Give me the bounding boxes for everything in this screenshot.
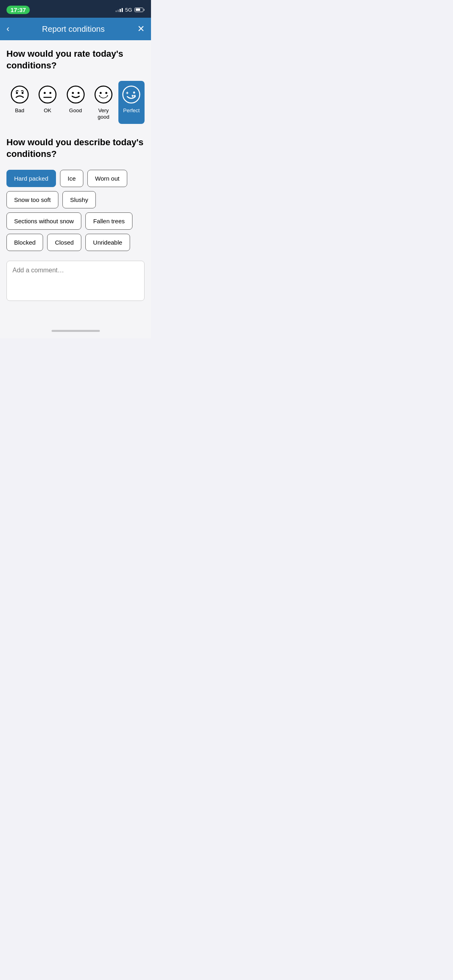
status-bar: 17:37 5G (0, 0, 151, 18)
svg-point-1 (16, 92, 18, 94)
good-emoji-icon (66, 85, 85, 104)
network-label: 5G (125, 7, 132, 13)
nav-title: Report conditions (42, 25, 105, 34)
nav-bar: ‹ Report conditions ✕ (0, 18, 151, 40)
home-bar (52, 330, 100, 332)
status-icons: 5G (116, 7, 145, 13)
ok-emoji-icon (38, 85, 57, 104)
battery-icon (134, 8, 145, 12)
tag-snow-too-soft[interactable]: Snow too soft (6, 191, 58, 208)
svg-point-10 (95, 86, 112, 103)
very-good-emoji-icon (94, 85, 113, 104)
tag-unrideable[interactable]: Unrideable (85, 234, 130, 251)
tag-fallen-trees[interactable]: Fallen trees (85, 212, 132, 230)
rating-bad-label: Bad (15, 107, 24, 114)
tag-hard-packed[interactable]: Hard packed (6, 170, 56, 187)
tag-worn-out[interactable]: Worn out (87, 170, 127, 187)
rating-bad[interactable]: Bad (6, 81, 33, 124)
rating-question: How would you rate today's conditions? (6, 48, 145, 71)
rating-ok[interactable]: OK (34, 81, 60, 124)
svg-point-4 (44, 92, 46, 94)
svg-point-13 (123, 86, 140, 103)
back-button[interactable]: ‹ (3, 21, 12, 37)
tag-closed[interactable]: Closed (47, 234, 81, 251)
close-button[interactable]: ✕ (134, 21, 148, 37)
svg-point-5 (50, 92, 52, 94)
signal-icon (116, 7, 123, 12)
rating-very-good-label: Very good (92, 107, 115, 120)
svg-point-3 (39, 86, 56, 103)
condition-tags: Hard packedIceWorn outSnow too softSlush… (6, 170, 145, 251)
tag-slushy[interactable]: Slushy (62, 191, 96, 208)
rating-very-good[interactable]: Very good (90, 81, 116, 124)
svg-point-12 (105, 92, 107, 94)
comment-input[interactable] (6, 261, 145, 301)
tag-ice[interactable]: Ice (60, 170, 83, 187)
rating-good-label: Good (69, 107, 82, 114)
rating-good[interactable]: Good (62, 81, 89, 124)
rating-perfect[interactable]: Perfect (118, 81, 145, 124)
svg-point-11 (99, 92, 101, 94)
home-indicator (0, 327, 151, 338)
svg-point-0 (11, 86, 28, 103)
tag-blocked[interactable]: Blocked (6, 234, 43, 251)
content-area: How would you rate today's conditions? B… (0, 40, 151, 327)
rating-perfect-label: Perfect (123, 107, 140, 114)
svg-point-9 (77, 92, 79, 94)
perfect-emoji-icon (122, 85, 141, 104)
svg-point-7 (67, 86, 84, 103)
rating-options: Bad OK Good (6, 81, 145, 124)
svg-point-2 (21, 92, 23, 94)
svg-point-14 (133, 92, 135, 94)
tag-sections-without-snow[interactable]: Sections without snow (6, 212, 81, 230)
bad-emoji-icon (10, 85, 29, 104)
rating-ok-label: OK (44, 107, 52, 114)
describe-question: How would you describe today's condition… (6, 137, 145, 160)
status-time: 17:37 (6, 6, 30, 14)
svg-point-8 (72, 92, 74, 94)
